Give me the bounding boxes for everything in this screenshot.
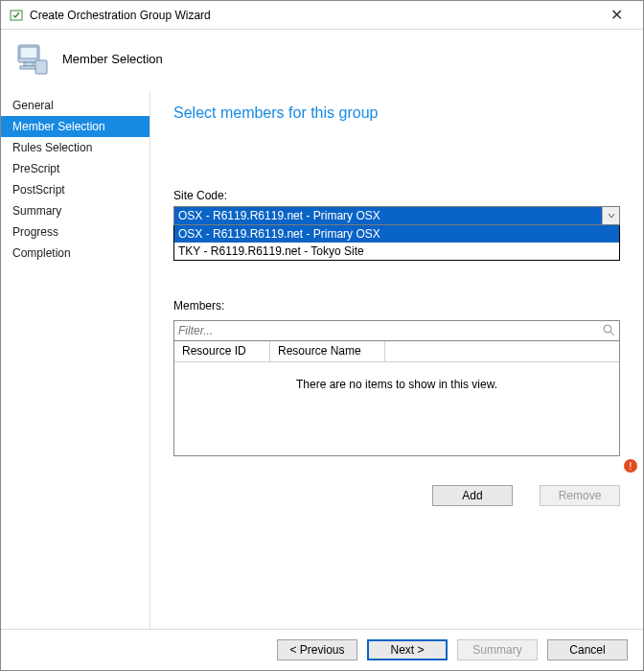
sidebar-item-prescript[interactable]: PreScript (1, 158, 150, 179)
svg-rect-3 (24, 62, 34, 66)
wizard-window: Create Orchestration Group Wizard ✕ Memb… (0, 0, 644, 671)
svg-line-7 (610, 332, 614, 336)
summary-button: Summary (457, 639, 538, 660)
wizard-header-icon (12, 39, 51, 78)
window-title: Create Orchestration Group Wizard (30, 9, 597, 22)
app-icon (9, 8, 24, 23)
column-resource-name[interactable]: Resource Name (270, 341, 385, 361)
svg-point-6 (604, 325, 611, 333)
chevron-down-icon[interactable] (602, 207, 619, 224)
column-resource-id[interactable]: Resource ID (174, 341, 270, 361)
sidebar-item-summary[interactable]: Summary (1, 200, 150, 221)
search-icon[interactable] (602, 323, 615, 339)
sidebar-item-postscript[interactable]: PostScript (1, 179, 150, 200)
sidebar-item-general[interactable]: General (1, 95, 150, 116)
sidebar-item-member-selection[interactable]: Member Selection (1, 116, 150, 137)
cancel-button[interactable]: Cancel (547, 639, 628, 660)
titlebar: Create Orchestration Group Wizard ✕ (1, 1, 643, 30)
site-code-option[interactable]: TKY - R6119.R6119.net - Tokyo Site (174, 243, 619, 260)
previous-button[interactable]: < Previous (277, 639, 357, 660)
page-title: Select members for this group (173, 104, 620, 122)
wizard-header: Member Selection (1, 30, 643, 91)
svg-rect-4 (20, 66, 37, 69)
sidebar-item-rules-selection[interactable]: Rules Selection (1, 137, 150, 158)
warning-icon: ! (624, 459, 637, 473)
site-code-combo-wrap: OSX - R6119.R6119.net - Primary OSX OSX … (173, 206, 620, 261)
next-button[interactable]: Next > (367, 639, 448, 660)
members-label: Members: (173, 299, 620, 312)
wizard-content: Select members for this group Site Code:… (150, 91, 643, 629)
remove-button: Remove (540, 485, 620, 506)
members-filter-wrap (173, 320, 620, 341)
members-table: Resource ID Resource Name There are no i… (173, 341, 620, 456)
sidebar-item-progress[interactable]: Progress (1, 221, 150, 243)
wizard-step-title: Member Selection (62, 52, 163, 66)
close-icon[interactable]: ✕ (597, 6, 635, 24)
wizard-body: General Member Selection Rules Selection… (1, 91, 643, 629)
site-code-dropdown: OSX - R6119.R6119.net - Primary OSX TKY … (173, 225, 620, 261)
members-table-header: Resource ID Resource Name (174, 341, 619, 362)
sidebar-item-completion[interactable]: Completion (1, 243, 150, 264)
svg-rect-5 (35, 60, 47, 74)
site-code-label: Site Code: (173, 189, 620, 202)
add-button[interactable]: Add (432, 485, 513, 506)
wizard-footer: < Previous Next > Summary Cancel (1, 629, 643, 670)
members-filter-input[interactable] (178, 324, 602, 337)
site-code-combo[interactable]: OSX - R6119.R6119.net - Primary OSX (173, 206, 620, 225)
wizard-sidebar: General Member Selection Rules Selection… (1, 91, 150, 629)
site-code-option[interactable]: OSX - R6119.R6119.net - Primary OSX (174, 225, 619, 243)
members-button-row: Add Remove (173, 485, 620, 506)
svg-rect-2 (20, 47, 37, 58)
site-code-selected-value: OSX - R6119.R6119.net - Primary OSX (174, 207, 602, 224)
members-empty-message: There are no items to show in this view. (174, 362, 619, 391)
